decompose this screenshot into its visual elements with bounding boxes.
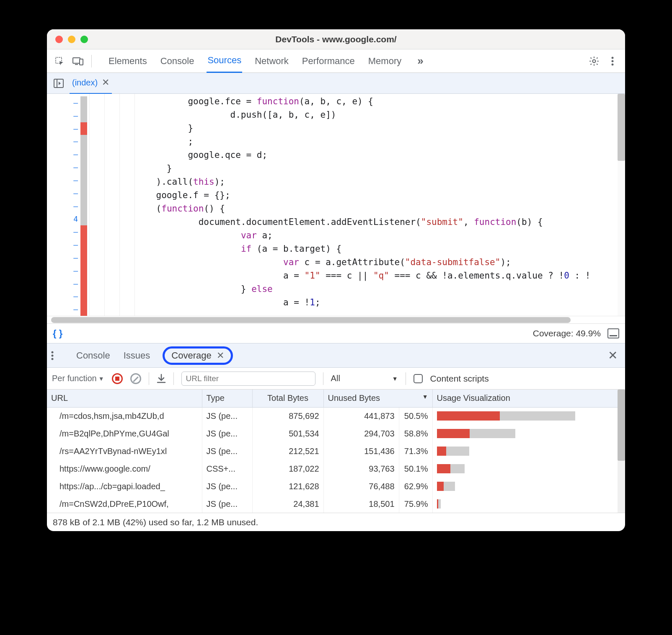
zoom-window-button[interactable] xyxy=(80,36,88,43)
device-toggle-icon[interactable] xyxy=(70,53,86,70)
close-drawer-icon[interactable]: ✕ xyxy=(608,348,618,362)
granularity-label: Per function xyxy=(52,374,97,383)
cell-viz xyxy=(432,425,625,442)
file-tab-index[interactable]: (index) ✕ xyxy=(70,72,112,94)
horizontal-scrollbar[interactable] xyxy=(47,316,625,323)
vertical-scrollbar[interactable] xyxy=(618,94,625,316)
cell-url: /m=CnSW2d,DPreE,P10Owf, xyxy=(47,495,202,513)
cell-unused: 441,873 xyxy=(323,407,399,425)
gutter-line: – xyxy=(47,96,80,109)
coverage-scrollbar[interactable] xyxy=(618,390,625,513)
devtools-window: DevTools - www.google.com/ Elements Cons… xyxy=(47,29,625,531)
inspect-icon[interactable] xyxy=(51,53,68,70)
settings-gear-icon[interactable] xyxy=(586,56,602,67)
coverage-row[interactable]: /rs=AA2YrTvBynad-nWEy1xlJS (pe...212,521… xyxy=(47,442,625,460)
url-filter-input[interactable] xyxy=(181,372,315,386)
gutter-line: – xyxy=(47,148,80,161)
code-line[interactable]: a = "1" === c || "q" === c && !a.element… xyxy=(135,271,625,284)
minimize-window-button[interactable] xyxy=(68,36,75,43)
cell-pct: 50.1% xyxy=(399,460,432,478)
type-filter-select[interactable]: All ▼ xyxy=(331,374,398,383)
gutter-line: – xyxy=(47,238,80,251)
navigator-toggle-icon[interactable] xyxy=(51,76,66,91)
coverage-row[interactable]: https://www.google.com/CSS+...187,02293,… xyxy=(47,460,625,478)
code-line[interactable]: var a; xyxy=(135,230,625,244)
kebab-menu-icon[interactable] xyxy=(604,56,621,66)
cell-unused: 18,501 xyxy=(323,495,399,513)
sort-desc-icon: ▼ xyxy=(422,393,428,400)
coverage-marker xyxy=(80,277,87,290)
source-editor: –––––––––4––––––– google.fce = function(… xyxy=(47,94,625,316)
toggle-drawer-icon[interactable] xyxy=(607,328,619,338)
coverage-row[interactable]: /m=cdos,hsm,jsa,mb4ZUb,dJS (pe...875,692… xyxy=(47,407,625,425)
code-line[interactable]: } else xyxy=(135,284,625,297)
more-tabs-icon[interactable]: » xyxy=(414,54,426,67)
cell-total: 121,628 xyxy=(252,478,323,495)
export-icon[interactable] xyxy=(157,374,166,384)
svg-point-12 xyxy=(52,358,54,360)
code-line[interactable]: } xyxy=(135,123,625,137)
tab-network[interactable]: Network xyxy=(254,50,289,72)
code-line[interactable]: ).call(this); xyxy=(135,177,625,190)
drawer-tab-console[interactable]: Console xyxy=(75,348,111,364)
close-tab-icon[interactable]: ✕ xyxy=(102,77,109,88)
divider xyxy=(91,55,92,67)
content-scripts-checkbox[interactable] xyxy=(414,374,423,383)
cell-unused: 93,763 xyxy=(323,460,399,478)
granularity-select[interactable]: Per function ▼ xyxy=(52,374,104,383)
header-usage-viz[interactable]: Usage Visualization xyxy=(432,390,625,407)
tab-performance[interactable]: Performance xyxy=(301,50,356,72)
code-line[interactable]: ; xyxy=(135,137,625,150)
clear-button[interactable] xyxy=(130,373,141,384)
cell-pct: 71.3% xyxy=(399,442,432,460)
header-total-bytes[interactable]: Total Bytes xyxy=(252,390,323,407)
drawer-tab-coverage[interactable]: Coverage ✕ xyxy=(163,346,233,365)
header-unused-bytes[interactable]: Unused Bytes ▼ xyxy=(323,390,432,407)
tab-console[interactable]: Console xyxy=(160,50,195,72)
cell-url: https://www.google.com/ xyxy=(47,460,202,478)
close-coverage-tab-icon[interactable]: ✕ xyxy=(217,350,224,361)
cell-viz xyxy=(432,442,625,460)
drawer-tab-issues[interactable]: Issues xyxy=(123,348,151,364)
code-line[interactable]: d.push([a, b, c, e]) xyxy=(135,110,625,123)
drawer-tabbar: Console Issues Coverage ✕ ✕ xyxy=(47,343,625,368)
drawer-kebab-icon[interactable] xyxy=(51,351,64,361)
tab-sources[interactable]: Sources xyxy=(207,49,242,73)
coverage-marker xyxy=(80,109,87,122)
divider xyxy=(149,372,149,385)
gutter-line: – xyxy=(47,264,80,277)
coverage-marker xyxy=(80,238,87,251)
code-line[interactable]: if (a = b.target) { xyxy=(135,244,625,257)
svg-point-10 xyxy=(52,351,54,353)
svg-point-5 xyxy=(612,57,614,59)
code-line[interactable]: a = !1; xyxy=(135,297,625,311)
code-line[interactable]: } xyxy=(135,163,625,177)
tab-memory[interactable]: Memory xyxy=(367,50,402,72)
gutter-line: – xyxy=(47,303,80,316)
code-content[interactable]: google.fce = function(a, b, c, e) { d.pu… xyxy=(135,94,625,316)
tab-elements[interactable]: Elements xyxy=(108,50,148,72)
cell-viz xyxy=(432,407,625,425)
coverage-table: URL Type Total Bytes Unused Bytes ▼ Usag… xyxy=(47,390,625,513)
coverage-percent-label: Coverage: 49.9% xyxy=(533,328,601,338)
coverage-marker xyxy=(80,161,87,174)
close-window-button[interactable] xyxy=(55,36,63,43)
cell-pct: 50.5% xyxy=(399,407,432,425)
code-line[interactable]: var c = a.getAttribute("data-submitfalse… xyxy=(135,257,625,271)
code-line[interactable]: (function() { xyxy=(135,204,625,217)
gutter-line: – xyxy=(47,174,80,187)
gutter-line: – xyxy=(47,122,80,135)
code-line[interactable]: google.qce = d; xyxy=(135,150,625,163)
record-button[interactable] xyxy=(112,373,123,384)
code-line[interactable]: google.fce = function(a, b, c, e) { xyxy=(135,96,625,110)
header-url[interactable]: URL xyxy=(47,390,202,407)
code-line[interactable]: document.documentElement.addEventListene… xyxy=(135,217,625,230)
code-line[interactable]: google.f = {}; xyxy=(135,190,625,204)
file-tab-label: (index) xyxy=(72,78,98,88)
coverage-toolbar: Per function ▼ All ▼ Content scripts xyxy=(47,368,625,390)
pretty-print-icon[interactable]: { } xyxy=(53,328,62,339)
header-type[interactable]: Type xyxy=(202,390,252,407)
coverage-row[interactable]: https://ap.../cb=gapi.loaded_JS (pe...12… xyxy=(47,478,625,495)
coverage-row[interactable]: /m=B2qlPe,DhPYme,GU4GalJS (pe...501,5342… xyxy=(47,425,625,442)
coverage-row[interactable]: /m=CnSW2d,DPreE,P10Owf,JS (pe...24,38118… xyxy=(47,495,625,513)
